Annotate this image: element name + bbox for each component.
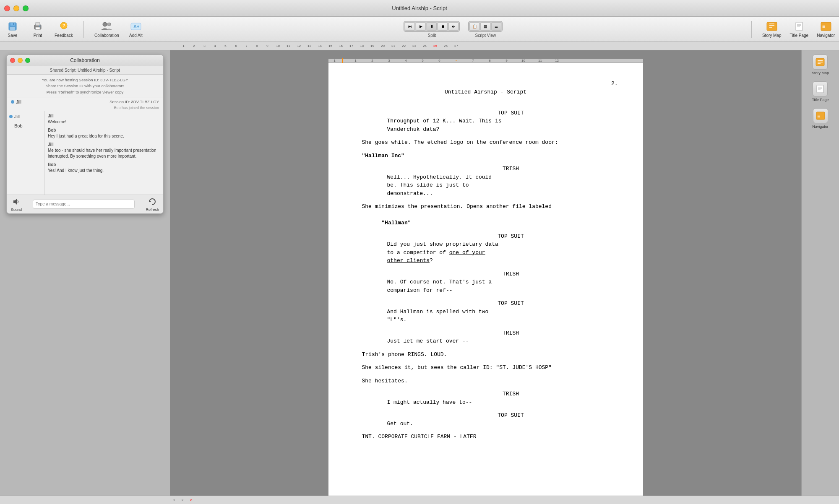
svg-text:A+: A+ [133,24,139,29]
maximize-button[interactable] [23,5,29,11]
dialogue-trish-2: No. Of course not. That's just a compari… [362,278,610,294]
toolbar: Save Print ? Feedback [0,17,839,42]
collab-user-jill-row: Jill Session ID: 3DV-TLBZ-LGY [7,98,163,106]
svg-rect-5 [36,23,40,26]
session-id-display: Session ID: 3DV-TLBZ-LGY [109,99,159,104]
story-map-label: Story Map [762,33,782,38]
title-page-icon [793,21,805,32]
chat-input[interactable] [33,200,135,209]
sound-button[interactable]: Sound [11,197,22,212]
script-title: Untitled Airship - Script [362,88,610,96]
rewind-button[interactable]: ⏮ [405,22,415,31]
svg-rect-30 [817,85,823,93]
character-trish-4: TRISH [362,390,610,398]
left-sidebar: Collaboration Shared Script: Untitled Ai… [0,50,170,496]
chat-message-1: Bob Hey I just had a great idea for this… [48,127,160,139]
feedback-button[interactable]: ? Feedback [55,21,73,38]
character-trish-3: TRISH [362,329,610,338]
character-top-suit-1: TOP SUIT [362,109,610,117]
main-area: Collaboration Shared Script: Untitled Ai… [0,50,839,496]
bottom-ruler: 1 2 2 [0,496,839,504]
navigator-button[interactable]: ≡ Navigator [817,21,835,38]
right-sidebar: Story Map Title Page ≡ Navigator [801,50,839,496]
title-page-label: Title Page [790,33,809,38]
collab-content: Jill Bob Jill Welcome! [7,111,163,195]
svg-rect-18 [796,22,803,31]
add-alt-label: Add Alt [129,33,143,38]
play-button[interactable]: ▶ [416,22,426,31]
collab-close-button[interactable] [10,58,15,63]
close-button[interactable] [4,5,10,11]
svg-point-11 [107,23,111,26]
collaboration-button[interactable]: Collaboration [94,21,119,38]
svg-rect-3 [13,23,14,25]
bob-joined-notice: Bob has joined the session [7,106,163,111]
save-icon [7,21,18,32]
action-4: She silences it, but sees the caller ID:… [362,364,610,372]
split-label: Split [428,33,436,38]
navigator-sidebar-button[interactable]: ≡ Navigator [812,108,829,129]
collab-window-controls [10,58,30,63]
svg-point-10 [103,22,107,26]
navigator-sidebar-icon: ≡ [813,108,828,123]
collab-user-bob[interactable]: Bob [9,123,42,128]
view-btn-2[interactable]: ▦ [480,22,490,31]
feedback-icon: ? [58,21,70,32]
minimize-button[interactable] [13,5,19,11]
add-alt-icon: A+ [130,21,142,32]
document-area[interactable]: 1 1 2 3 4 5 6 • 7 8 9 10 11 12 2. [170,50,801,496]
page-number: 2. [611,80,618,88]
script-page[interactable]: 2. Untitled Airship - Script TOP SUIT Th… [328,63,643,496]
view-btn-3[interactable]: ☰ [491,22,501,31]
toolbar-separator-1 [83,21,84,38]
save-button[interactable]: Save [4,21,21,38]
scene-heading-1: INT. CORPORATE CUBICLE FARM - LATER [362,433,610,441]
collab-users-list: Jill Bob [7,111,44,195]
story-map-sidebar-button[interactable]: Story Map [812,55,829,75]
toolbar-separator-3 [751,21,752,38]
character-top-suit-2: TOP SUIT [362,232,610,241]
script-view-label: Script View [475,33,496,38]
action-1: She goes white. The etched logo on the c… [362,138,610,147]
story-map-icon [766,21,778,32]
character-top-suit-4: TOP SUIT [362,411,610,420]
collab-title-bar: Collaboration [7,55,163,66]
title-page-button[interactable]: Title Page [790,21,809,38]
ruler: 1 2 3 4 5 6 7 8 9 10 11 12 13 14 15 16 1… [0,42,839,50]
svg-text:?: ? [63,23,65,28]
character-trish-2: TRISH [362,270,610,278]
svg-text:≡: ≡ [817,113,820,119]
svg-rect-14 [767,22,777,31]
refresh-label: Refresh [146,208,159,212]
story-map-button[interactable]: Story Map [762,21,782,38]
collab-footer: Sound Refresh [7,195,163,213]
story-map-sidebar-icon [813,55,828,70]
dialogue-top-suit-1: Throughput of 12 K... Wait. This is Vand… [362,117,610,133]
title-page-sidebar-icon [813,81,828,96]
svg-rect-2 [10,27,15,30]
refresh-button[interactable]: Refresh [146,197,159,212]
action-5: She hesitates. [362,377,610,385]
chat-message-3: Bob Yes! And I know just the thing. [48,162,160,174]
collab-maximize-button[interactable] [25,58,30,63]
fast-forward-button[interactable]: ⏭ [448,22,459,31]
dialogue-trish-4: I might actually have to-- [362,398,610,407]
collab-user-jill[interactable]: Jill [9,114,42,119]
svg-text:≡: ≡ [822,23,826,30]
view-btn-1[interactable]: 📋 [469,22,479,31]
pause-button[interactable]: ⏸ [427,22,437,31]
title-page-sidebar-button[interactable]: Title Page [812,81,829,102]
window-title: Untitled Airship - Script [392,5,447,11]
session-info-line2: Share the Session ID with your collabora… [11,83,159,89]
stop-button[interactable]: ⏹ [438,22,448,31]
collab-minimize-button[interactable] [18,58,23,63]
collab-panel-title: Collaboration [70,57,100,63]
title-bar: Untitled Airship - Script [0,0,839,17]
action-2: She minimizes the presentation. Opens an… [362,203,610,227]
navigator-label: Navigator [817,33,835,38]
chat-input-area [33,200,135,209]
print-label: Print [34,33,42,38]
print-button[interactable]: Print [29,21,46,38]
refresh-icon [147,197,157,207]
add-alt-button[interactable]: A+ Add Alt [128,21,144,38]
